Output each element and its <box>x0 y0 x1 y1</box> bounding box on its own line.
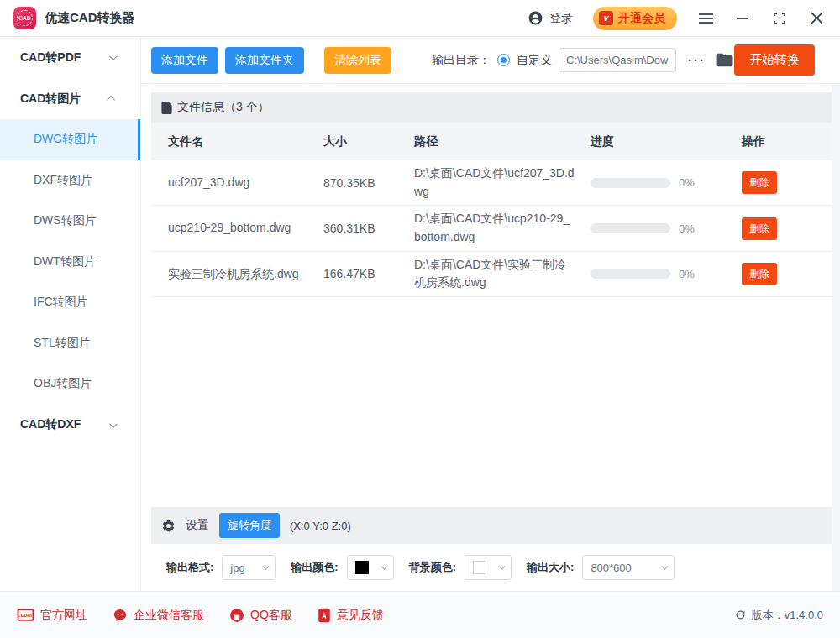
bg-color-label: 背景颜色: <box>409 560 456 575</box>
sidebar-item-dwg-to-image[interactable]: DWG转图片 <box>0 119 140 160</box>
file-name: 实验三制冷机房系统.dwg <box>168 265 323 284</box>
output-options-row: 输出格式: jpg 输出颜色: 背景颜色: 输出大小: 800*600 <box>141 544 840 591</box>
minimize-button[interactable] <box>734 10 751 27</box>
official-website-link[interactable]: .com 官方网址 <box>17 608 87 623</box>
file-path: D:\桌面\CAD文件\ucp210-29_bottom.dwg <box>414 210 591 246</box>
settings-bar: 设置 旋转角度 (X:0 Y:0 Z:0) <box>151 507 832 544</box>
output-format-label: 输出格式: <box>166 560 213 575</box>
progress-percent: 0% <box>679 222 695 235</box>
file-size: 166.47KB <box>323 267 414 280</box>
footer: .com 官方网址 企业微信客服 QQ客服 意见反馈 版本：v1.4.0.0 <box>0 591 840 638</box>
maximize-icon <box>774 13 785 24</box>
scrollbar-track[interactable] <box>832 84 840 591</box>
progress-percent: 0% <box>679 176 695 189</box>
close-icon <box>811 13 822 24</box>
output-color-label: 输出颜色: <box>291 560 338 575</box>
feedback-icon <box>318 608 331 623</box>
wechat-support-link[interactable]: 企业微信客服 <box>113 608 204 623</box>
rotation-values: (X:0 Y:0 Z:0) <box>290 520 351 532</box>
add-folder-button[interactable]: 添加文件夹 <box>225 47 304 74</box>
sidebar-item-ifc-to-image[interactable]: IFC转图片 <box>0 282 140 323</box>
file-panel: 文件信息（3 个） 文件名 大小 路径 进度 操作 ucf207_3D.dwg … <box>141 84 840 507</box>
file-name: ucp210-29_bottom.dwg <box>168 219 323 238</box>
vip-icon: V <box>599 11 613 25</box>
user-icon <box>528 10 543 26</box>
custom-dir-radio-label[interactable]: 自定义 <box>517 53 552 68</box>
file-info-bar: 文件信息（3 个） <box>151 92 832 123</box>
document-icon <box>161 102 172 114</box>
progress-bar <box>591 223 670 233</box>
delete-button[interactable]: 删除 <box>742 217 777 240</box>
login-label: 登录 <box>549 11 573 26</box>
output-path-input[interactable] <box>559 48 676 72</box>
delete-button[interactable]: 删除 <box>742 171 777 194</box>
add-file-button[interactable]: 添加文件 <box>151 47 218 74</box>
output-size-select[interactable]: 800*600 <box>582 555 675 580</box>
sidebar-group-cad-to-image[interactable]: CAD转图片 <box>0 78 140 119</box>
chevron-down-icon <box>381 562 387 569</box>
white-color-swatch <box>473 561 486 574</box>
vip-upgrade-button[interactable]: V 开通会员 <box>593 7 677 30</box>
table-row: ucf207_3D.dwg 870.35KB D:\桌面\CAD文件\ucf20… <box>151 160 832 206</box>
table-header: 文件名 大小 路径 进度 操作 <box>151 123 832 160</box>
chevron-down-icon <box>498 562 505 569</box>
sidebar-group-cad-to-pdf[interactable]: CAD转PDF <box>0 37 140 78</box>
col-size: 大小 <box>323 134 414 149</box>
menu-button[interactable] <box>697 10 714 27</box>
chevron-up-icon <box>107 96 115 104</box>
app-logo-icon: CAD <box>13 7 36 29</box>
chevron-down-icon <box>263 562 270 569</box>
output-dir-label: 输出目录： <box>432 53 491 68</box>
col-action: 操作 <box>742 134 832 149</box>
toolbar: 添加文件 添加文件夹 清除列表 输出目录： 自定义 ··· 开始转换 <box>141 37 840 84</box>
sidebar: CAD转PDF CAD转图片 DWG转图片 DXF转图片 DWS转图片 DWT转… <box>0 37 141 591</box>
sidebar-item-dxf-to-image[interactable]: DXF转图片 <box>0 160 140 201</box>
close-button[interactable] <box>808 10 825 27</box>
login-button[interactable]: 登录 <box>528 10 573 26</box>
custom-dir-radio[interactable] <box>497 54 510 66</box>
browse-more-button[interactable]: ··· <box>688 53 706 67</box>
rotate-angle-button[interactable]: 旋转角度 <box>219 513 280 538</box>
titlebar: CAD 优速CAD转换器 登录 V 开通会员 <box>0 0 840 37</box>
sidebar-item-dwt-to-image[interactable]: DWT转图片 <box>0 242 140 283</box>
progress-bar <box>591 178 670 188</box>
sidebar-item-stl-to-image[interactable]: STL转图片 <box>0 323 140 364</box>
gear-icon <box>161 519 176 533</box>
svg-text:.com: .com <box>19 612 32 618</box>
col-path: 路径 <box>414 134 591 149</box>
chevron-down-icon <box>662 562 669 569</box>
feedback-link[interactable]: 意见反馈 <box>318 608 384 623</box>
file-path: D:\桌面\CAD文件\ucf207_3D.dwg <box>414 165 591 201</box>
version-info: 版本：v1.4.0.0 <box>734 608 823 623</box>
hamburger-icon <box>699 13 713 24</box>
app-title: 优速CAD转换器 <box>45 10 135 26</box>
clear-list-button[interactable]: 清除列表 <box>324 47 391 74</box>
sidebar-group-cad-to-dxf[interactable]: CAD转DXF <box>0 405 140 446</box>
qq-support-link[interactable]: QQ客服 <box>229 608 292 623</box>
refresh-icon <box>734 609 747 621</box>
table-row: ucp210-29_bottom.dwg 360.31KB D:\桌面\CAD文… <box>151 206 832 251</box>
progress-bar <box>591 269 670 279</box>
wechat-icon <box>113 608 128 623</box>
col-filename: 文件名 <box>168 134 323 149</box>
maximize-button[interactable] <box>771 10 788 27</box>
start-convert-button[interactable]: 开始转换 <box>734 44 815 76</box>
delete-button[interactable]: 删除 <box>742 263 777 285</box>
chevron-down-icon <box>109 420 118 428</box>
sidebar-item-obj-to-image[interactable]: OBJ转图片 <box>0 363 140 405</box>
black-color-swatch <box>355 561 369 574</box>
minimize-icon <box>737 13 748 24</box>
qq-icon <box>229 608 244 623</box>
output-color-select[interactable] <box>347 555 394 580</box>
table-row: 实验三制冷机房系统.dwg 166.47KB D:\桌面\CAD文件\实验三制冷… <box>151 252 832 297</box>
output-format-select[interactable]: jpg <box>222 555 276 580</box>
settings-label: 设置 <box>186 518 209 533</box>
file-size: 870.35KB <box>323 176 414 190</box>
file-name: ucf207_3D.dwg <box>168 174 323 192</box>
file-size: 360.31KB <box>323 222 414 235</box>
file-info-label: 文件信息（3 个） <box>177 100 270 115</box>
output-size-label: 输出大小: <box>527 560 574 575</box>
sidebar-item-dws-to-image[interactable]: DWS转图片 <box>0 201 140 242</box>
bg-color-select[interactable] <box>465 555 512 580</box>
open-folder-button[interactable] <box>716 53 733 67</box>
